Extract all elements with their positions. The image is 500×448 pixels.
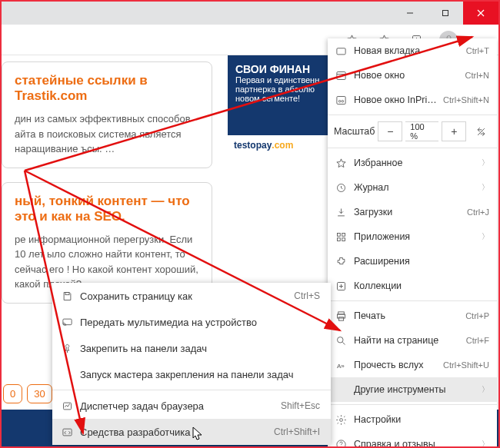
window-icon [334,70,348,81]
menu-item-more-tools[interactable]: Другие инструменты〉 [328,377,497,402]
pin-icon [60,343,74,354]
submenu-item-cast[interactable]: Передать мультимедиа на устройство [52,309,331,335]
menu-label: Новое окно InPrivate [354,95,437,105]
menu-item-apps[interactable]: Приложения〉 [328,224,497,249]
fullscreen-button[interactable] [469,121,492,141]
ad-line: новом сегменте! [235,94,320,103]
article-title: ный, тонкий контент — что это и как на S… [15,194,199,224]
pagination: 0 30 [2,384,52,403]
tab-icon [334,45,348,57]
menu-item-downloads[interactable]: ЗагрузкиCtrl+J [328,200,497,224]
ad-line: Первая и единственн [235,75,320,85]
menu-separator [328,148,497,148]
zoom-out-button[interactable]: − [378,121,402,141]
menu-item-help[interactable]: Справка и отзывы〉 [328,432,497,448]
mouse-cursor-icon [192,426,203,442]
chevron-right-icon: 〉 [482,182,489,193]
page-button[interactable]: 0 [3,384,22,403]
svg-rect-35 [62,319,71,325]
svg-point-28 [337,337,343,343]
extensions-icon [334,256,348,267]
svg-rect-9 [336,48,345,54]
zoom-in-button[interactable]: + [442,121,466,141]
svg-rect-21 [342,237,345,241]
menu-zoom-row: Масштаб − 100 % + [328,118,497,145]
shortcut: Ctrl+J [467,207,489,217]
svg-rect-10 [336,71,345,79]
article-title: статейные ссылки в Trastik.com [15,73,199,104]
menu-item-read-aloud[interactable]: A»Прочесть вслухCtrl+Shift+U [328,353,497,377]
article-excerpt: дин из самых эффективных способов айта в… [15,111,199,157]
menu-label: Закрепить на панели задач [80,343,320,354]
chevron-right-icon: 〉 [482,439,489,448]
menu-label: Загрузки [354,207,461,217]
window-maximize-button[interactable] [428,2,463,25]
menu-item-history[interactable]: Журнал〉 [328,175,497,200]
apps-icon [334,231,348,243]
ad-line: партнерка в абсолю [235,85,320,94]
menu-item-extensions[interactable]: Расширения [328,249,497,274]
menu-label: Найти на странице [354,335,460,346]
submenu-item-task-manager[interactable]: Диспетчер задач браузераShift+Esc [52,393,331,419]
menu-label: Избранное [354,158,475,168]
menu-label: Настройки [354,414,489,425]
collections-icon [334,280,348,292]
svg-rect-18 [337,233,340,236]
menu-item-find[interactable]: Найти на страницеCtrl+F [328,328,497,353]
ad-logo: testopay.com [228,135,328,155]
submenu-item-devtools[interactable]: Средства разработчикаCtrl+Shift+I [52,419,331,445]
shortcut: Ctrl+P [465,311,489,320]
menu-separator [328,300,497,301]
menu-label: Передать мультимедиа на устройство [80,317,320,328]
shortcut: Ctrl+Shift+N [443,95,489,105]
submenu-item-pin-wizard[interactable]: Запуск мастера закрепления на панели зад… [52,361,331,387]
svg-rect-20 [337,237,340,241]
save-icon [60,290,74,302]
menu-label: Прочесть вслух [354,360,437,370]
menu-label: Новое окно [354,70,459,81]
ad-headline: СВОИ ФИНАН [235,63,320,75]
zoom-value: 100 % [405,121,438,141]
window-minimize-button[interactable] [392,2,428,25]
search-icon [334,335,348,347]
more-tools-submenu: Сохранить страницу какCtrl+S Передать му… [52,283,331,445]
svg-rect-12 [336,96,345,104]
zoom-label: Масштаб [334,126,375,137]
menu-item-new-window[interactable]: Новое окноCtrl+N [328,63,497,88]
svg-text:A»: A» [336,362,344,369]
menu-item-new-tab[interactable]: Новая вкладкаCtrl+T [328,38,497,63]
menu-item-favorites[interactable]: Избранное〉 [328,151,497,175]
submenu-item-save-as[interactable]: Сохранить страницу какCtrl+S [52,283,331,309]
chevron-right-icon: 〉 [482,384,489,395]
star-icon [334,158,348,169]
menu-item-settings[interactable]: Настройки [328,407,497,432]
shortcut: Ctrl+Shift+U [443,360,489,370]
chevron-right-icon: 〉 [482,231,489,242]
menu-label: Расширения [354,256,489,267]
menu-label: Новая вкладка [354,45,460,56]
article-card-1[interactable]: статейные ссылки в Trastik.com дин из са… [2,61,212,168]
menu-item-print[interactable]: ПечатьCtrl+P [328,304,497,328]
incognito-icon [334,95,348,106]
gear-icon [334,414,348,426]
svg-point-14 [342,100,344,102]
history-icon [334,182,348,194]
ad-banner[interactable]: СВОИ ФИНАН Первая и единственн партнерка… [228,55,328,155]
menu-label: Журнал [354,182,475,193]
devtools-icon [60,426,74,438]
menu-label: Диспетчер задач браузера [80,400,275,412]
page-button[interactable]: 30 [27,384,52,403]
svg-rect-1 [443,11,448,16]
shortcut: Ctrl+S [294,290,320,301]
window-close-button[interactable] [463,2,498,25]
shortcut: Ctrl+T [466,46,489,55]
submenu-item-pin-taskbar[interactable]: Закрепить на панели задач [52,335,331,361]
menu-label: Другие инструменты [354,384,475,395]
menu-label: Запуск мастера закрепления на панели зад… [80,369,320,380]
menu-item-inprivate[interactable]: Новое окно InPrivateCtrl+Shift+N [328,88,497,112]
menu-item-collections[interactable]: Коллекции [328,274,497,298]
read-aloud-icon: A» [334,360,348,371]
menu-separator [52,390,331,390]
task-manager-icon [60,400,74,412]
shortcut: Ctrl+F [466,336,489,345]
